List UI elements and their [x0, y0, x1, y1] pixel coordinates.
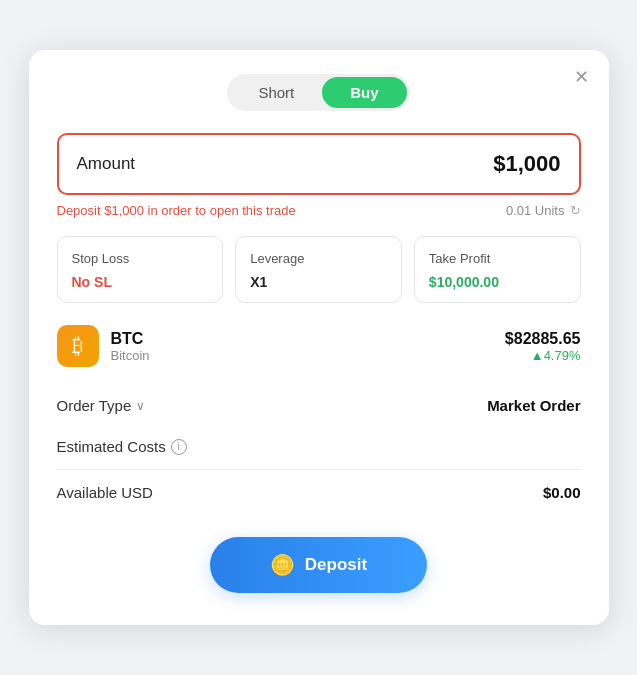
- stop-loss-label: Stop Loss: [72, 251, 209, 266]
- units-value: 0.01 Units: [506, 203, 565, 218]
- asset-right: $82885.65 ▲4.79%: [505, 330, 581, 363]
- buy-toggle[interactable]: Buy: [322, 77, 406, 108]
- short-toggle[interactable]: Short: [230, 77, 322, 108]
- cards-row: Stop Loss No SL Leverage X1 Take Profit …: [57, 236, 581, 303]
- toggle-row: Short Buy: [57, 74, 581, 111]
- asset-price: $82885.65: [505, 330, 581, 348]
- take-profit-value: $10,000.00: [429, 274, 566, 290]
- order-type-value: Market Order: [487, 397, 580, 414]
- deposit-button[interactable]: 🪙 Deposit: [210, 537, 427, 593]
- sub-row: Deposit $1,000 in order to open this tra…: [57, 203, 581, 218]
- amount-value: $1,000: [493, 151, 560, 177]
- asset-name: BTC: [111, 330, 150, 348]
- amount-box[interactable]: Amount $1,000: [57, 133, 581, 195]
- stop-loss-value: No SL: [72, 274, 209, 290]
- amount-number: 1,000: [505, 151, 560, 176]
- available-usd-value: $0.00: [543, 484, 581, 501]
- dollar-sign: $: [493, 151, 505, 176]
- chevron-down-icon: ∨: [136, 399, 145, 413]
- leverage-value: X1: [250, 274, 387, 290]
- estimated-costs-row: Estimated Costs i: [57, 426, 581, 467]
- asset-info: BTC Bitcoin: [111, 330, 150, 363]
- order-type-row[interactable]: Order Type ∨ Market Order: [57, 385, 581, 426]
- stop-loss-card[interactable]: Stop Loss No SL: [57, 236, 224, 303]
- deposit-button-row: 🪙 Deposit: [57, 537, 581, 593]
- available-usd-row: Available USD $0.00: [57, 472, 581, 513]
- amount-label: Amount: [77, 154, 136, 174]
- take-profit-card[interactable]: Take Profit $10,000.00: [414, 236, 581, 303]
- divider: [57, 469, 581, 470]
- btc-icon: ₿: [57, 325, 99, 367]
- take-profit-label: Take Profit: [429, 251, 566, 266]
- refresh-icon[interactable]: ↻: [570, 203, 581, 218]
- leverage-label: Leverage: [250, 251, 387, 266]
- asset-change: ▲4.79%: [505, 348, 581, 363]
- deposit-icon: 🪙: [270, 553, 295, 577]
- units-info: 0.01 Units ↻: [506, 203, 581, 218]
- close-button[interactable]: ✕: [574, 68, 589, 86]
- btc-symbol: ₿: [72, 333, 83, 359]
- trade-modal: ✕ Short Buy Amount $1,000 Deposit $1,000…: [29, 50, 609, 625]
- toggle-group: Short Buy: [227, 74, 409, 111]
- info-icon[interactable]: i: [171, 439, 187, 455]
- estimated-costs-label: Estimated Costs i: [57, 438, 187, 455]
- asset-left: ₿ BTC Bitcoin: [57, 325, 150, 367]
- deposit-label: Deposit: [305, 555, 367, 575]
- asset-full-name: Bitcoin: [111, 348, 150, 363]
- order-type-label: Order Type ∨: [57, 397, 146, 414]
- leverage-card[interactable]: Leverage X1: [235, 236, 402, 303]
- asset-row: ₿ BTC Bitcoin $82885.65 ▲4.79%: [57, 325, 581, 367]
- available-usd-label: Available USD: [57, 484, 153, 501]
- deposit-hint: Deposit $1,000 in order to open this tra…: [57, 203, 296, 218]
